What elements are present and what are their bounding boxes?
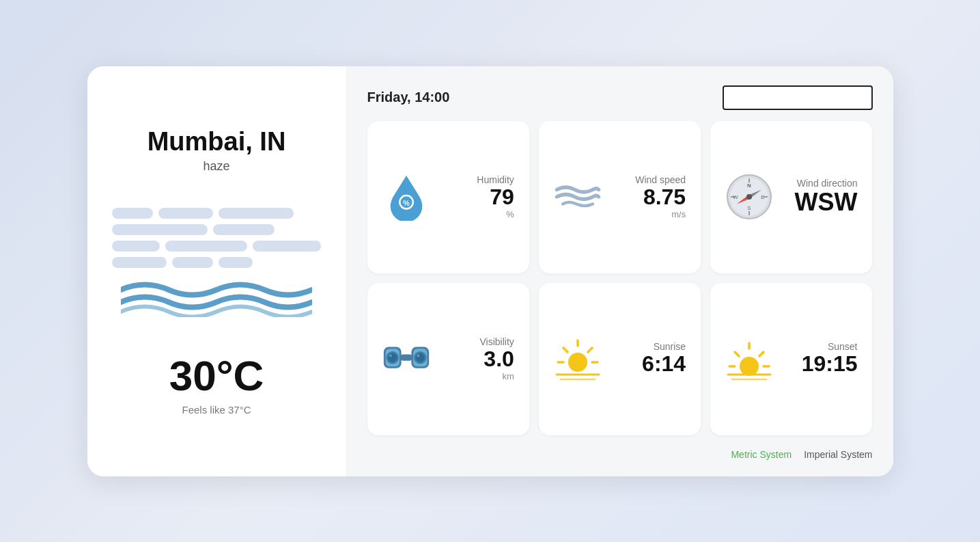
- svg-point-14: [746, 194, 752, 200]
- haze-bar: [112, 241, 160, 252]
- visibility-label: Visibility: [480, 336, 514, 347]
- svg-text:E: E: [761, 194, 764, 200]
- wind-direction-label: Wind direction: [797, 178, 858, 189]
- sunrise-label: Sunrise: [654, 341, 686, 352]
- city-name: Mumbai, IN: [148, 127, 286, 157]
- haze-bar: [165, 241, 247, 252]
- sunset-value: 19:15: [802, 352, 858, 376]
- haze-clouds: [112, 208, 321, 268]
- search-input[interactable]: [723, 85, 873, 110]
- haze-bar: [213, 224, 275, 235]
- humidity-info: Humidity 79 %: [477, 174, 514, 219]
- tile-wind-speed: Wind speed 8.75 m/s: [539, 121, 701, 273]
- tile-visibility: Visibility 3.0 km: [367, 283, 529, 435]
- svg-rect-25: [400, 354, 412, 360]
- feels-like: Feels like 37°C: [182, 404, 251, 416]
- wind-speed-unit: m/s: [671, 209, 686, 219]
- svg-text:S: S: [747, 205, 751, 211]
- datetime: Friday, 14:00: [367, 90, 450, 105]
- imperial-system-button[interactable]: Imperial System: [804, 449, 872, 460]
- condition: haze: [203, 159, 229, 174]
- compass-icon-area: N S E W: [725, 173, 773, 221]
- haze-bar: [112, 208, 153, 219]
- visibility-value: 3.0: [484, 347, 514, 371]
- svg-point-24: [417, 354, 419, 357]
- humidity-value: 79: [490, 185, 514, 209]
- svg-point-18: [388, 353, 397, 362]
- metric-system-button[interactable]: Metric System: [731, 449, 792, 460]
- binoculars-icon-area: [382, 335, 430, 383]
- haze-bar: [253, 241, 321, 252]
- wind-direction-info: Wind direction WSW: [795, 178, 858, 216]
- svg-text:N: N: [747, 182, 751, 189]
- wind-direction-value: WSW: [795, 189, 858, 216]
- humidity-unit: %: [506, 209, 514, 219]
- temperature: 30°C: [169, 351, 264, 400]
- svg-point-23: [415, 353, 424, 362]
- svg-line-38: [759, 352, 764, 356]
- wave-illustration: [121, 276, 312, 317]
- tile-humidity: % Humidity 79 %: [367, 121, 529, 273]
- sunset-info: Sunset 19:15: [802, 341, 858, 376]
- left-panel: Mumbai, IN haze: [87, 66, 347, 476]
- tile-sunset: Sunset 19:15: [710, 283, 872, 435]
- wind-speed-value: 8.75: [643, 185, 686, 209]
- sunset-label: Sunset: [828, 341, 858, 352]
- sunset-icon-area: [725, 335, 773, 383]
- haze-bar: [112, 257, 167, 268]
- haze-illustration: [121, 187, 312, 338]
- haze-bar: [172, 257, 213, 268]
- tile-wind-direction: N S E W Wind direction WSW: [710, 121, 872, 273]
- haze-bar: [158, 208, 213, 219]
- haze-bar: [219, 208, 294, 219]
- haze-bar: [112, 224, 208, 235]
- sunrise-value: 6:14: [642, 352, 686, 376]
- visibility-unit: km: [502, 371, 514, 381]
- humidity-label: Humidity: [477, 174, 514, 185]
- humidity-icon-area: %: [382, 173, 430, 221]
- svg-point-19: [389, 354, 392, 357]
- svg-point-26: [568, 353, 587, 372]
- svg-text:%: %: [403, 199, 410, 207]
- tile-sunrise: Sunrise 6:14: [539, 283, 701, 435]
- sunrise-icon-area: [554, 335, 602, 383]
- units-bar: Metric System Imperial System: [367, 449, 873, 460]
- svg-text:W: W: [733, 194, 738, 200]
- weather-card: Mumbai, IN haze: [87, 66, 893, 476]
- svg-line-37: [735, 352, 739, 356]
- weather-grid: % Humidity 79 %: [367, 121, 873, 435]
- wind-speed-label: Wind speed: [635, 174, 686, 185]
- haze-bar: [219, 257, 253, 268]
- wind-icon-area: [554, 173, 602, 221]
- sunrise-info: Sunrise 6:14: [642, 341, 686, 376]
- svg-line-28: [563, 348, 568, 352]
- svg-point-35: [740, 357, 759, 376]
- wind-speed-info: Wind speed 8.75 m/s: [635, 174, 686, 219]
- right-panel: Friday, 14:00 % Humidity 79 %: [347, 66, 893, 476]
- visibility-info: Visibility 3.0 km: [480, 336, 514, 381]
- svg-line-29: [588, 348, 592, 352]
- top-bar: Friday, 14:00: [367, 85, 873, 110]
